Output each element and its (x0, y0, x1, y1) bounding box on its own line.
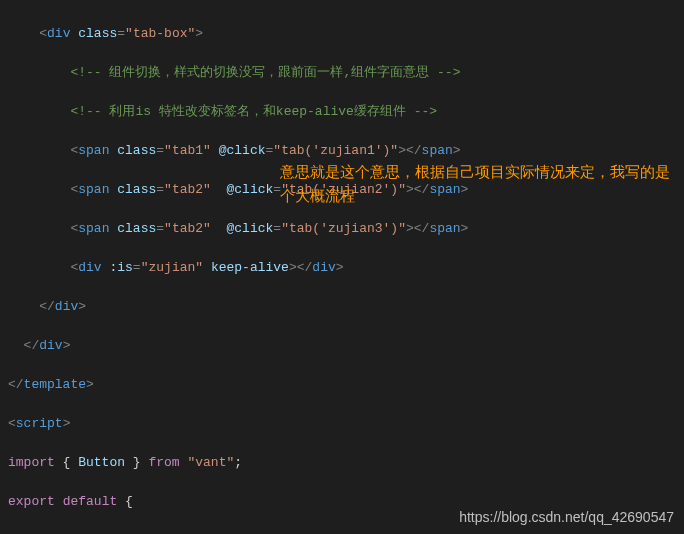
code-line: <div class="tab-box"> (8, 24, 684, 44)
code-line: data() { (8, 531, 684, 535)
code-line: import { Button } from "vant"; (8, 453, 684, 473)
code-line: </template> (8, 375, 684, 395)
code-line: <script> (8, 414, 684, 434)
code-line: </div> (8, 297, 684, 317)
code-line: <!-- 利用is 特性改变标签名，和keep-alive缓存组件 --> (8, 102, 684, 122)
code-line: <span class="tab1" @click="tab('zujian1'… (8, 141, 684, 161)
code-line: <span class="tab2" @click="tab('zujian2'… (8, 180, 684, 200)
code-line: export default { (8, 492, 684, 512)
code-line: <!-- 组件切换，样式的切换没写，跟前面一样,组件字面意思 --> (8, 63, 684, 83)
code-line: </div> (8, 336, 684, 356)
code-line: <span class="tab2" @click="tab('zujian3'… (8, 219, 684, 239)
code-editor[interactable]: <div class="tab-box"> <!-- 组件切换，样式的切换没写，… (0, 0, 684, 534)
code-line: <div :is="zujian" keep-alive></div> (8, 258, 684, 278)
